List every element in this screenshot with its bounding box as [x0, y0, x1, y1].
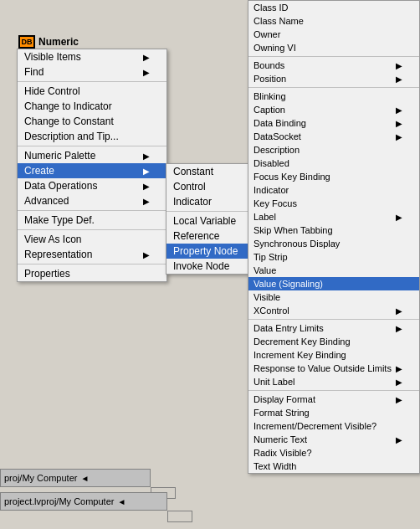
- menu-separator-14: [18, 229, 166, 230]
- menu-separator-4: [248, 56, 419, 57]
- taskbar-item-2[interactable]: project.lvproj/My Computer ◄: [0, 492, 167, 511]
- submenu-arrow-icon: ▶: [143, 152, 150, 161]
- menu-item-make-type-def.[interactable]: Make Type Def.: [18, 213, 166, 228]
- menu-item-hide-control[interactable]: Hide Control: [18, 84, 166, 99]
- menu-item-create[interactable]: Create▶: [18, 163, 166, 178]
- scrollbar-2[interactable]: [167, 511, 192, 522]
- submenu-arrow-icon: ▶: [143, 53, 150, 62]
- submenu-arrow-icon: ▶: [396, 61, 402, 70]
- menu-item-datasocket[interactable]: DataSocket▶: [248, 130, 419, 143]
- menu-item-unit-label[interactable]: Unit Label▶: [248, 375, 419, 388]
- menu-item-description[interactable]: Description: [248, 143, 419, 157]
- menu-separator-7: [248, 87, 419, 88]
- menu-item-numeric-text[interactable]: Numeric Text▶: [248, 433, 419, 446]
- menu-item-value-(signaling)[interactable]: Value (Signaling): [248, 277, 419, 290]
- menu-item-data-entry-limits[interactable]: Data Entry Limits▶: [248, 321, 419, 335]
- menu-item-data-binding[interactable]: Data Binding▶: [248, 116, 419, 130]
- taskbar-item-1[interactable]: proj/My Computer ◄: [0, 469, 151, 487]
- menu-item-visible-items[interactable]: Visible Items▶: [18, 49, 166, 64]
- menu-item-xcontrol[interactable]: XControl▶: [248, 304, 419, 317]
- menu-item-data-operations[interactable]: Data Operations▶: [18, 178, 166, 193]
- menu-separator-7: [18, 146, 166, 146]
- submenu-arrow-icon: ▶: [143, 167, 150, 176]
- menu-item-representation[interactable]: Representation▶: [18, 247, 166, 262]
- menu-item-key-focus[interactable]: Key Focus: [248, 197, 419, 210]
- scroll-arrow-1[interactable]: ◄: [80, 474, 89, 483]
- menu-item-indicator[interactable]: Indicator: [248, 183, 419, 197]
- menu-item-decrement-key-binding[interactable]: Decrement Key Binding: [248, 335, 419, 348]
- submenu-arrow-icon: ▶: [143, 68, 150, 77]
- menu-item-increment-key-binding[interactable]: Increment Key Binding: [248, 348, 419, 362]
- submenu-arrow-icon: ▶: [143, 182, 150, 191]
- submenu-arrow-icon: ▶: [396, 105, 402, 115]
- menu-item-display-format[interactable]: Display Format▶: [248, 393, 419, 406]
- menu-item-disabled[interactable]: Disabled: [248, 157, 419, 170]
- submenu-arrow-icon: ▶: [396, 119, 402, 128]
- menu-item-view-as-icon[interactable]: View As Icon: [18, 232, 166, 247]
- menu-item-owner[interactable]: Owner: [248, 28, 419, 41]
- menu-item-caption[interactable]: Caption▶: [248, 103, 419, 116]
- menu-separator-12: [18, 210, 166, 211]
- numeric-text: Numeric: [38, 36, 79, 48]
- menu-item-text-width[interactable]: Text Width: [248, 460, 419, 473]
- menu-item-increment/decrement-visible?[interactable]: Increment/Decrement Visible?: [248, 419, 419, 433]
- submenu-arrow-icon: ▶: [143, 250, 150, 259]
- scroll-arrow-2[interactable]: ◄: [117, 497, 125, 506]
- submenu-arrow-icon: ▶: [396, 213, 402, 222]
- menu-item-value[interactable]: Value: [248, 264, 419, 277]
- menu-item-class-name[interactable]: Class Name: [248, 14, 419, 28]
- submenu-arrow-icon: ▶: [396, 132, 402, 141]
- submenu-arrow-icon: ▶: [396, 377, 402, 387]
- numeric-icon: DB: [18, 35, 35, 49]
- menu-item-advanced[interactable]: Advanced▶: [18, 193, 166, 208]
- menu-item-find[interactable]: Find▶: [18, 64, 166, 80]
- menu-item-blinking[interactable]: Blinking: [248, 90, 419, 103]
- menu-separator-2: [18, 81, 166, 82]
- submenu-arrow-icon: ▶: [396, 435, 402, 444]
- menu-item-class-id[interactable]: Class ID: [248, 1, 419, 14]
- submenu-arrow-icon: ▶: [396, 74, 402, 84]
- menu-item-position[interactable]: Position▶: [248, 72, 419, 85]
- menu-item-bounds[interactable]: Bounds▶: [248, 59, 419, 72]
- menu-item-visible[interactable]: Visible: [248, 290, 419, 304]
- submenu-arrow-icon: ▶: [396, 395, 402, 404]
- menu-item-numeric-palette[interactable]: Numeric Palette▶: [18, 148, 166, 163]
- menu-separator-17: [18, 264, 166, 264]
- menu-item-response-to-value-outside-limits[interactable]: Response to Value Outside Limits▶: [248, 362, 419, 375]
- submenu-arrow-icon: ▶: [396, 364, 402, 373]
- menu-separator-31: [248, 390, 419, 391]
- menu-item-change-to-constant[interactable]: Change to Constant: [18, 114, 166, 129]
- menu-item-focus-key-binding[interactable]: Focus Key Binding: [248, 170, 419, 183]
- submenu-arrow-icon: ▶: [396, 306, 402, 316]
- menu-item-properties[interactable]: Properties: [18, 266, 166, 281]
- menu-item-label[interactable]: Label▶: [248, 210, 419, 223]
- menu-item-owning-vi[interactable]: Owning VI: [248, 41, 419, 54]
- submenu-arrow-icon: ▶: [143, 197, 150, 206]
- menu-item-description-and-tip...[interactable]: Description and Tip...: [18, 129, 166, 144]
- menu-separator-25: [248, 319, 419, 320]
- menu-item-tip-strip[interactable]: Tip Strip: [248, 250, 419, 264]
- menu-item-change-to-indicator[interactable]: Change to Indicator: [18, 99, 166, 114]
- menu-item-skip-when-tabbing[interactable]: Skip When Tabbing: [248, 223, 419, 237]
- menu-item-synchronous-display[interactable]: Synchronous Display: [248, 237, 419, 250]
- right-property-menu: Class IDClass NameOwnerOwning VIBounds▶P…: [248, 0, 420, 474]
- menu-item-format-string[interactable]: Format String: [248, 406, 419, 419]
- numeric-label-area: DB Numeric: [18, 35, 79, 49]
- left-context-menu: Visible Items▶Find▶Hide ControlChange to…: [17, 49, 167, 282]
- menu-item-radix-visible?[interactable]: Radix Visible?: [248, 446, 419, 460]
- submenu-arrow-icon: ▶: [396, 324, 402, 333]
